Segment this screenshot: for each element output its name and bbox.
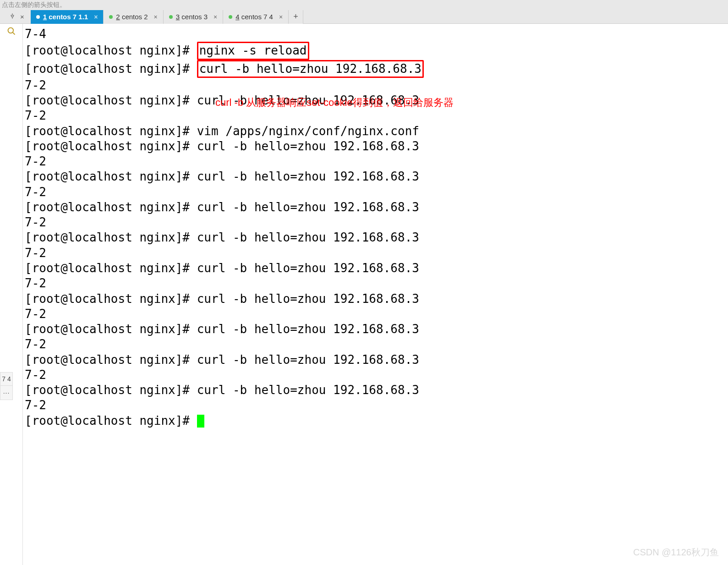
sidebar-item-label[interactable]: 7 4 [0,373,12,386]
hint-bar: 点击左侧的箭头按钮。 [0,0,728,10]
term-line: 7-2 [25,337,46,351]
term-line: 7-2 [25,307,46,321]
term-line: 7-2 [25,185,46,199]
watermark: CSDN @1126秋刀鱼 [633,546,719,559]
term-line: [root@localhost nginx]# curl -b hello=zh… [25,62,424,76]
svg-line-1 [12,33,15,35]
term-line: 7-2 [25,215,46,229]
cursor-icon [197,415,204,428]
term-line: 7-2 [25,368,46,382]
search-icon[interactable] [7,27,16,38]
status-dot-icon [229,15,232,19]
term-line: [root@localhost nginx]# curl -b hello=zh… [25,322,419,336]
highlight-box: nginx -s reload [197,42,309,60]
terminal-output[interactable]: 7-4 [root@localhost nginx]# nginx -s rel… [23,24,728,565]
term-line: [root@localhost nginx]# curl -b hello=zh… [25,230,419,244]
term-line: 7-4 [25,27,46,41]
svg-point-0 [8,28,13,33]
close-icon[interactable]: × [154,13,158,21]
sidebar-session[interactable]: 7 4 ... [0,372,13,400]
status-dot-icon [36,15,40,19]
tab-bar: × 1 centos 7 1.1 × 2 centos 2 × 3 centos… [0,10,728,24]
term-line: [root@localhost nginx]# curl -b hello=zh… [25,353,419,367]
term-line: [root@localhost nginx]# curl -b hello=zh… [25,139,419,153]
term-line: 7-2 [25,109,46,122]
term-line: [root@localhost nginx]# nginx -s reload [25,44,309,57]
highlight-box: curl -b hello=zhou 192.168.68.3 [197,60,424,78]
pin-area: × [0,13,31,21]
tab-centos-4[interactable]: 4 centos 7 4 × [223,10,289,24]
term-line: [root@localhost nginx]# curl -b hello=zh… [25,261,419,275]
sidebar-more-icon[interactable]: ... [0,386,12,400]
new-tab-button[interactable]: + [289,10,303,24]
tabs: 1 centos 7 1.1 × 2 centos 2 × 3 centos 3… [31,10,303,24]
pin-close[interactable]: × [20,13,24,21]
term-line: 7-2 [25,154,46,168]
close-icon[interactable]: × [279,13,283,21]
term-line: [root@localhost nginx]# curl -b hello=zh… [25,200,419,214]
term-line: 7-2 [25,398,46,412]
close-icon[interactable]: × [213,13,217,21]
term-line: [root@localhost nginx]# curl -b hello=zh… [25,292,419,306]
annotation-text: curl -b 从服务器响应set-cookie得到值，返回给服务器 [215,96,454,109]
status-dot-icon [109,15,113,19]
term-line: 7-2 [25,276,46,290]
term-line: [root@localhost nginx]# vim /apps/nginx/… [25,124,419,138]
status-dot-icon [169,15,173,19]
term-line: [root@localhost nginx]# [25,414,204,428]
close-icon[interactable]: × [94,13,98,21]
gutter [0,24,23,565]
term-line: 7-2 [25,246,46,260]
term-line: [root@localhost nginx]# curl -b hello=zh… [25,170,419,183]
tab-centos-2[interactable]: 2 centos 2 × [104,10,163,24]
term-line: [root@localhost nginx]# curl -b hello=zh… [25,383,419,397]
tab-centos-3[interactable]: 3 centos 3 × [164,10,223,24]
term-line: 7-2 [25,78,46,92]
tab-centos-1[interactable]: 1 centos 7 1.1 × [31,10,104,24]
pin-icon[interactable] [9,13,16,21]
